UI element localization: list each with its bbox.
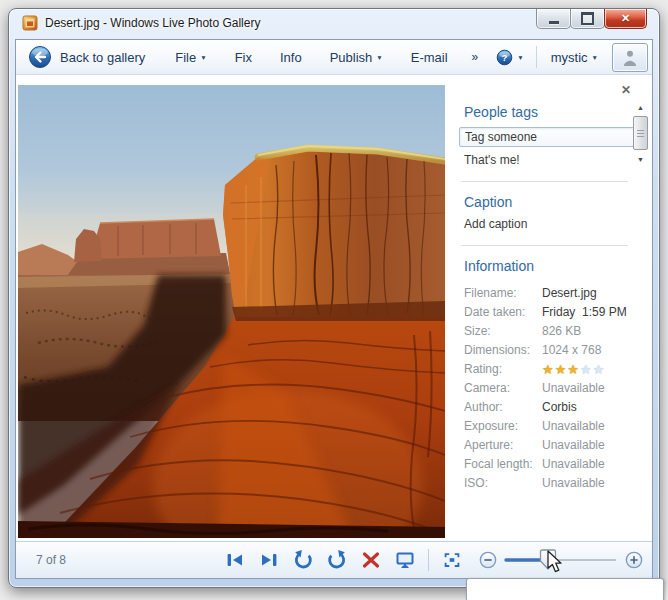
info-label: Date taken: — [464, 303, 542, 322]
info-row: Filename:Desert.jpg — [464, 284, 652, 303]
information-section: Information Filename:Desert.jpgDate take… — [464, 258, 652, 493]
info-label: Focal length: — [464, 455, 542, 474]
info-row: Date taken:Friday 1:59 PM — [464, 303, 652, 322]
menu-info-label: Info — [280, 50, 302, 65]
star-icon[interactable]: ★ — [542, 362, 555, 377]
slider-thumb[interactable] — [541, 550, 556, 569]
scrollbar-thumb[interactable] — [633, 116, 648, 150]
menu-file[interactable]: File▼ — [161, 45, 220, 70]
scroll-down-button[interactable]: ▼ — [633, 153, 648, 165]
people-tags-section: People tags That's me! — [464, 104, 652, 167]
rating-stars[interactable]: ★★★★★ — [542, 360, 605, 379]
info-row: Author:Corbis — [464, 398, 652, 417]
panel-close-button[interactable]: ✕ — [621, 83, 631, 97]
divider — [461, 181, 628, 182]
window-title: Desert.jpg - Windows Live Photo Gallery — [45, 16, 260, 30]
info-row: Camera:Unavailable — [464, 379, 652, 398]
info-row: Dimensions:1024 x 768 — [464, 341, 652, 360]
scroll-up-icon: ▲ — [637, 104, 644, 111]
titlebar[interactable]: Desert.jpg - Windows Live Photo Gallery … — [9, 9, 659, 37]
photo-area — [16, 75, 454, 541]
zoom-slider[interactable] — [502, 547, 620, 573]
info-value: Unavailable — [542, 417, 605, 436]
fit-to-window-icon — [441, 549, 463, 571]
star-icon[interactable]: ★ — [593, 362, 606, 377]
main-area: ✕ People tags That's me! Caption Add cap… — [16, 75, 652, 541]
next-icon — [258, 549, 280, 571]
maximize-button[interactable] — [570, 9, 605, 29]
chevron-down-icon: ▼ — [200, 54, 206, 61]
thumb-grip — [637, 133, 644, 134]
sign-in-button[interactable] — [612, 43, 648, 72]
info-value: Unavailable — [542, 474, 605, 493]
thats-me-link[interactable]: That's me! — [464, 153, 652, 167]
next-button[interactable] — [258, 549, 280, 571]
zoom-in-button[interactable] — [623, 549, 645, 571]
info-value: Unavailable — [542, 436, 605, 455]
menu-email[interactable]: E-mail — [397, 45, 462, 70]
info-row: Size:826 KB — [464, 322, 652, 341]
slideshow-button[interactable] — [394, 549, 416, 571]
info-value: Unavailable — [542, 379, 605, 398]
info-row: Rating:★★★★★ — [464, 360, 652, 379]
menu-fix[interactable]: Fix — [221, 45, 266, 70]
menu-email-label: E-mail — [411, 50, 448, 65]
info-row: Focal length:Unavailable — [464, 455, 652, 474]
delete-button[interactable] — [360, 549, 382, 571]
toolbar-separator — [536, 46, 537, 68]
desert-photo — [18, 85, 445, 538]
minimize-button[interactable] — [536, 9, 571, 29]
star-icon[interactable]: ★ — [580, 362, 593, 377]
toolbar-overflow-button[interactable]: » — [462, 45, 489, 69]
back-to-gallery-button[interactable]: Back to gallery — [28, 45, 145, 69]
app-window: Desert.jpg - Windows Live Photo Gallery … — [8, 8, 660, 588]
close-button[interactable]: ✕ — [604, 9, 647, 29]
people-tags-title: People tags — [464, 104, 652, 120]
scroll-up-button[interactable]: ▲ — [633, 101, 648, 113]
chevron-down-icon: ▼ — [517, 54, 523, 61]
playback-controls — [224, 547, 645, 573]
info-label: Dimensions: — [464, 341, 542, 360]
zoom-controls — [477, 547, 645, 573]
previous-button[interactable] — [224, 549, 246, 571]
menu-publish[interactable]: Publish▼ — [316, 45, 397, 70]
info-panel: ✕ People tags That's me! Caption Add cap… — [454, 75, 652, 541]
panel-scrollbar[interactable]: ▲ ▼ — [633, 101, 648, 167]
tag-someone-input[interactable] — [459, 127, 637, 147]
scroll-down-icon: ▼ — [637, 156, 644, 163]
help-button[interactable]: ? ▼ — [488, 45, 531, 70]
fit-to-window-button[interactable] — [441, 549, 463, 571]
menu-fix-label: Fix — [235, 50, 252, 65]
account-name: mystic — [551, 50, 588, 65]
zoom-in-icon — [624, 550, 644, 570]
toolbar: Back to gallery File▼ Fix Info Publish▼ … — [16, 40, 652, 75]
zoom-out-button[interactable] — [477, 549, 499, 571]
info-label: ISO: — [464, 474, 542, 493]
account-menu[interactable]: mystic▼ — [541, 45, 608, 70]
information-rows: Filename:Desert.jpgDate taken:Friday 1:5… — [464, 284, 652, 493]
delete-x-icon — [360, 549, 382, 571]
help-icon: ? — [496, 49, 513, 66]
star-icon[interactable]: ★ — [567, 362, 580, 377]
zoom-out-icon — [478, 550, 498, 570]
back-arrow-icon — [28, 45, 52, 69]
window-controls: ✕ — [537, 9, 647, 29]
chevron-down-icon: ▼ — [376, 54, 382, 61]
star-icon[interactable]: ★ — [555, 362, 568, 377]
close-icon: ✕ — [621, 13, 630, 24]
info-value: 826 KB — [542, 322, 581, 341]
caption-title: Caption — [464, 194, 652, 210]
menu-info[interactable]: Info — [266, 45, 316, 70]
controls-separator — [428, 549, 429, 571]
maximize-icon — [581, 12, 594, 25]
thumb-grip — [637, 130, 644, 131]
statusbar: 7 of 8 — [16, 541, 652, 578]
info-row: Aperture:Unavailable — [464, 436, 652, 455]
rotate-counterclockwise-button[interactable] — [292, 549, 314, 571]
add-caption-link[interactable]: Add caption — [464, 217, 652, 231]
caption-section: Caption Add caption — [464, 194, 652, 231]
previous-icon — [224, 549, 246, 571]
info-label: Size: — [464, 322, 542, 341]
rotate-clockwise-button[interactable] — [326, 549, 348, 571]
divider — [461, 245, 628, 246]
